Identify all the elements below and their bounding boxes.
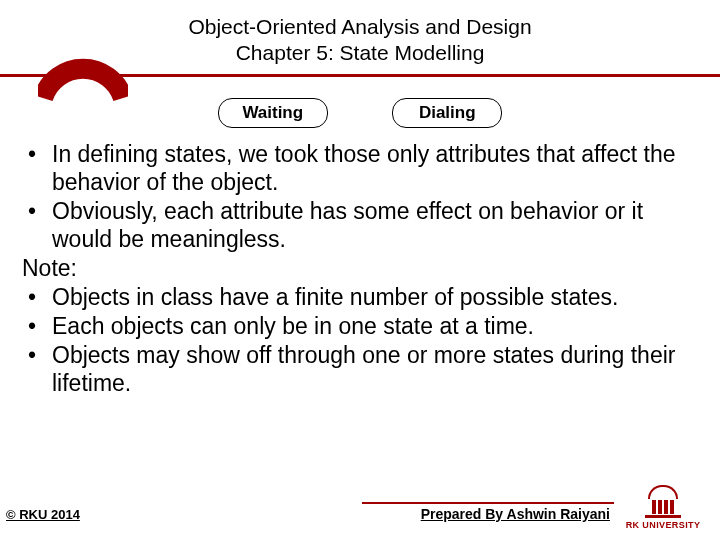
body-content: • In defining states, we took those only… bbox=[22, 140, 698, 398]
bullet-dot-icon: • bbox=[22, 312, 52, 340]
footer: © RKU 2014 Prepared By Ashwin Raiyani bbox=[0, 494, 720, 522]
bullet-text: Objects in class have a finite number of… bbox=[52, 283, 698, 311]
prepared-by-text: Prepared By Ashwin Raiyani bbox=[421, 506, 610, 522]
bullet-item: • Objects in class have a finite number … bbox=[22, 283, 698, 311]
bullet-dot-icon: • bbox=[22, 283, 52, 311]
note-label-row: Note: bbox=[22, 254, 698, 282]
university-name: RK UNIVERSITY bbox=[624, 520, 702, 530]
state-row: Waiting Dialing bbox=[0, 98, 720, 128]
state-waiting: Waiting bbox=[218, 98, 328, 128]
bullet-item: • Obviously, each attribute has some eff… bbox=[22, 197, 698, 253]
bullet-item: • Each objects can only be in one state … bbox=[22, 312, 698, 340]
state-dialing: Dialing bbox=[392, 98, 502, 128]
bullet-item: • In defining states, we took those only… bbox=[22, 140, 698, 196]
copyright-text: © RKU 2014 bbox=[6, 507, 80, 522]
bullet-dot-icon: • bbox=[22, 341, 52, 397]
bullet-text: Objects may show off through one or more… bbox=[52, 341, 698, 397]
university-logo-icon: RK UNIVERSITY bbox=[624, 485, 702, 530]
bullet-item: • Objects may show off through one or mo… bbox=[22, 341, 698, 397]
note-label: Note: bbox=[22, 254, 698, 282]
footer-divider bbox=[362, 502, 614, 504]
bullet-text: Obviously, each attribute has some effec… bbox=[52, 197, 698, 253]
title-line-1: Object-Oriented Analysis and Design bbox=[0, 14, 720, 40]
slide: Object-Oriented Analysis and Design Chap… bbox=[0, 0, 720, 540]
bullet-dot-icon: • bbox=[22, 140, 52, 196]
bullet-text: Each objects can only be in one state at… bbox=[52, 312, 698, 340]
bullet-dot-icon: • bbox=[22, 197, 52, 253]
bullet-text: In defining states, we took those only a… bbox=[52, 140, 698, 196]
